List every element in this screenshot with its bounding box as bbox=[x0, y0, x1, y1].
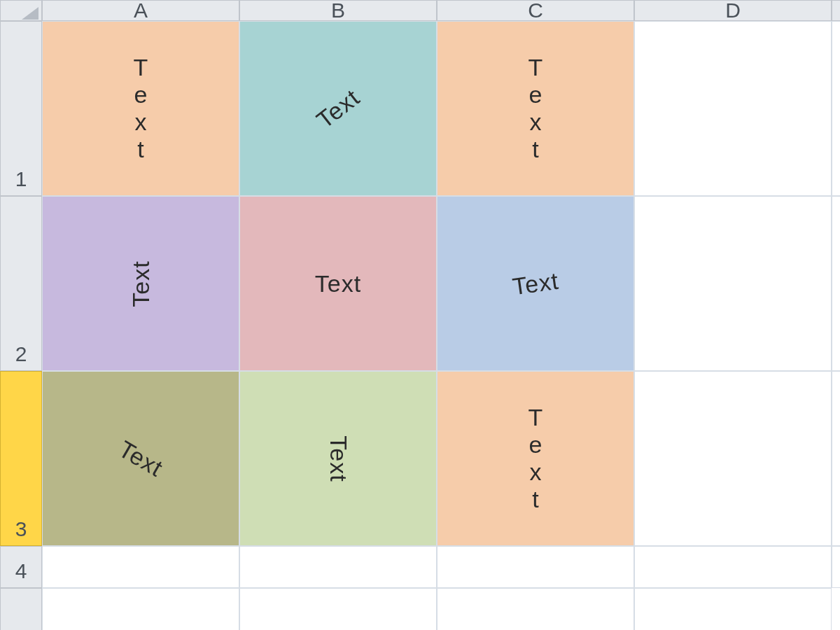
cell-D4[interactable] bbox=[634, 546, 832, 588]
cell-partial-2[interactable] bbox=[832, 196, 840, 371]
row-header-3[interactable]: 3 bbox=[0, 371, 42, 546]
spreadsheet-grid: A B C D 1 T e x t Text T e x t 2 Text Te… bbox=[0, 0, 840, 630]
cell-C5[interactable] bbox=[437, 588, 634, 630]
cell-D1[interactable] bbox=[634, 21, 832, 196]
column-header-A[interactable]: A bbox=[42, 0, 239, 21]
cell-partial-1[interactable] bbox=[832, 21, 840, 196]
column-header-label: A bbox=[134, 0, 148, 22]
column-header-label: C bbox=[528, 0, 543, 22]
cell-B3[interactable]: Text bbox=[239, 371, 437, 546]
cell-A4[interactable] bbox=[42, 546, 239, 588]
row-header-label: 3 bbox=[15, 517, 27, 541]
cell-value: T e x t bbox=[134, 54, 148, 163]
cell-value: Text bbox=[127, 260, 154, 307]
column-header-C[interactable]: C bbox=[437, 0, 634, 21]
column-header-label: D bbox=[725, 0, 741, 22]
row-header-2[interactable]: 2 bbox=[0, 196, 42, 371]
row-header-5[interactable]: 5 bbox=[0, 588, 42, 630]
cell-value: Text bbox=[510, 267, 560, 300]
column-header-label: B bbox=[331, 0, 345, 22]
cell-A1[interactable]: T e x t bbox=[42, 21, 239, 196]
cell-D2[interactable] bbox=[634, 196, 832, 371]
column-header-B[interactable]: B bbox=[239, 0, 437, 21]
select-all-corner[interactable] bbox=[0, 0, 42, 21]
cell-C1[interactable]: T e x t bbox=[437, 21, 634, 196]
cell-value: Text bbox=[114, 435, 168, 482]
cell-D3[interactable] bbox=[634, 371, 832, 546]
column-header-partial[interactable] bbox=[832, 0, 840, 21]
row-header-label: 2 bbox=[15, 342, 27, 366]
cell-B2[interactable]: Text bbox=[239, 196, 437, 371]
cell-A5[interactable] bbox=[42, 588, 239, 630]
cell-C2[interactable]: Text bbox=[437, 196, 634, 371]
row-header-1[interactable]: 1 bbox=[0, 21, 42, 196]
cell-A2[interactable]: Text bbox=[42, 196, 239, 371]
cell-B5[interactable] bbox=[239, 588, 437, 630]
cell-value: T e x t bbox=[528, 404, 543, 513]
cell-B4[interactable] bbox=[239, 546, 437, 588]
cell-partial-5[interactable] bbox=[832, 588, 840, 630]
cell-A3[interactable]: Text bbox=[42, 371, 239, 546]
cell-value: T e x t bbox=[528, 54, 543, 163]
row-header-label: 1 bbox=[15, 167, 27, 191]
cell-value: Text bbox=[324, 435, 351, 482]
cell-value: Text bbox=[315, 270, 361, 298]
cell-C4[interactable] bbox=[437, 546, 634, 588]
row-header-label: 4 bbox=[15, 559, 27, 583]
cell-value: Text bbox=[312, 83, 365, 134]
cell-B1[interactable]: Text bbox=[239, 21, 437, 196]
column-header-D[interactable]: D bbox=[634, 0, 832, 21]
cell-D5[interactable] bbox=[634, 588, 832, 630]
row-header-4[interactable]: 4 bbox=[0, 546, 42, 588]
cell-C3[interactable]: T e x t bbox=[437, 371, 634, 546]
cell-partial-3[interactable] bbox=[832, 371, 840, 546]
cell-partial-4[interactable] bbox=[832, 546, 840, 588]
